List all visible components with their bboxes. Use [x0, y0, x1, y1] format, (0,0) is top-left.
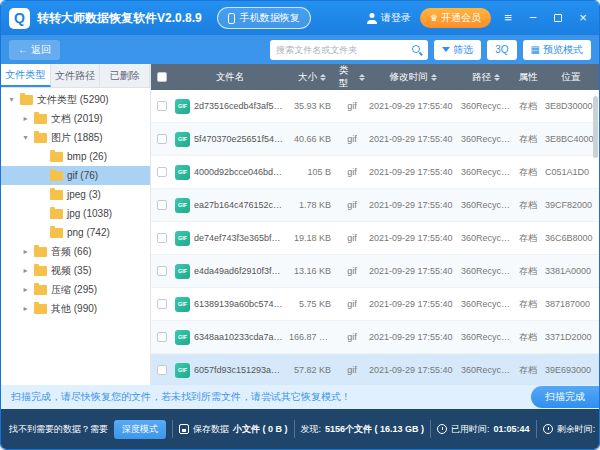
file-attr: 存档 [513, 364, 543, 377]
tree-item-documents[interactable]: 文档 (2019) [1, 109, 150, 128]
tree-item-png[interactable]: png (742) [1, 223, 150, 242]
user-icon [367, 13, 377, 24]
tree-item-audio[interactable]: 音频 (66) [1, 242, 150, 261]
tree-label: 视频 (35) [51, 264, 92, 278]
sort-icon[interactable] [494, 74, 500, 81]
table-row[interactable]: GIF61389139a60bc5748fb40b8... 5.75 KB gi… [151, 288, 599, 321]
file-location: 3381A0000 [543, 266, 599, 276]
file-name: 6057fd93c151293a9b9d32e... [194, 365, 285, 375]
tree-item-jpeg[interactable]: jpeg (3) [1, 185, 150, 204]
file-name: 61389139a60bc5748fb40b8... [194, 299, 285, 309]
search-icon[interactable] [412, 45, 422, 55]
menu-icon[interactable]: ≡ [500, 10, 516, 26]
table-row[interactable]: GIF4000d92bcce046bdd997eb... 105 B gif 2… [151, 156, 599, 189]
expander-icon[interactable] [7, 95, 16, 104]
folder-icon [50, 171, 63, 181]
tree-item-other[interactable]: 其他 (990) [1, 299, 150, 318]
tree-item-jpg[interactable]: jpg (1038) [1, 204, 150, 223]
phone-recovery-button[interactable]: 手机数据恢复 [217, 7, 311, 29]
file-modified: 2021-09-29 17:55:40 [367, 365, 459, 375]
column-header-name[interactable]: 文件名 [173, 71, 287, 84]
divider [536, 420, 537, 438]
select-all-checkbox[interactable] [157, 72, 167, 82]
search-input[interactable] [276, 45, 412, 55]
tab-deleted[interactable]: 已删除 [100, 64, 150, 87]
back-icon: ← [18, 44, 28, 55]
search-box [270, 40, 428, 60]
column-header-type[interactable]: 类型 [337, 64, 367, 90]
expander-icon[interactable] [21, 266, 30, 275]
hourglass-icon [543, 424, 553, 434]
table-row-selected[interactable]: GIF6057fd93c151293a9b9d32e... 57.82 KB g… [151, 354, 599, 385]
table-row[interactable]: GIFde74ef743f3e365bf8fe2a82... 19.18 KB … [151, 222, 599, 255]
file-type: gif [337, 266, 367, 276]
column-header-modified[interactable]: 修改时间 [367, 71, 459, 84]
sort-icon[interactable] [320, 74, 326, 81]
expander-icon[interactable] [21, 114, 30, 123]
table-row[interactable]: GIF6348aa10233cda7ad047146... 166.87 KB … [151, 321, 599, 354]
scrollbar-thumb[interactable] [593, 96, 598, 158]
row-checkbox[interactable] [157, 299, 167, 309]
service-qq-button[interactable]: 3Q [487, 40, 516, 60]
folder-icon [34, 266, 47, 276]
row-checkbox[interactable] [157, 266, 167, 276]
row-checkbox[interactable] [157, 167, 167, 177]
column-header-size[interactable]: 大小 [287, 71, 337, 84]
toolbar: ← 返回 筛选 3Q ▦ 预览模式 [1, 35, 599, 64]
table-row[interactable]: GIF5f470370e25651f54601a5a6... 40.66 KB … [151, 123, 599, 156]
vip-button[interactable]: ♛ 开通会员 [420, 8, 491, 28]
vip-label: 开通会员 [441, 11, 481, 25]
tree-item-images[interactable]: 图片 (1885) [1, 128, 150, 147]
row-checkbox[interactable] [157, 134, 167, 144]
filter-button[interactable]: 筛选 [434, 40, 481, 60]
expander-icon[interactable] [21, 133, 30, 142]
minimize-icon[interactable]: − [525, 10, 541, 26]
expander-icon[interactable] [21, 304, 30, 313]
tree-item-file-type[interactable]: 文件类型 (5290) [1, 90, 150, 109]
tree-item-gif[interactable]: gif (76) [1, 166, 150, 185]
tree-label: 文档 (2019) [51, 112, 103, 126]
file-type: gif [337, 134, 367, 144]
column-header-location[interactable]: 位置 [543, 71, 599, 84]
row-checkbox[interactable] [157, 365, 167, 375]
folder-icon [34, 133, 47, 143]
close-icon[interactable]: × [575, 10, 591, 26]
column-header-attr[interactable]: 属性 [513, 71, 543, 84]
notice-bar: 扫描完成，请尽快恢复您的文件，若未找到所需文件，请尝试其它恢复模式！ 扫描完成 [1, 385, 599, 409]
table-row[interactable]: GIFea27b164c476152cd3ccf20... 1.78 KB gi… [151, 189, 599, 222]
table-row[interactable]: GIFe4da49ad6f2910f3fdd4083f... 13.16 KB … [151, 255, 599, 288]
tree-label: png (742) [67, 227, 110, 238]
column-header-path[interactable]: 路径 [459, 71, 513, 84]
row-checkbox[interactable] [157, 101, 167, 111]
scan-complete-badge[interactable]: 扫描完成 [531, 386, 599, 408]
tree-item-bmp[interactable]: bmp (26) [1, 147, 150, 166]
back-button[interactable]: ← 返回 [9, 40, 60, 60]
tree-item-archive[interactable]: 压缩 (295) [1, 280, 150, 299]
maximize-icon[interactable] [550, 10, 566, 26]
tree-item-video[interactable]: 视频 (35) [1, 261, 150, 280]
deep-mode-button[interactable]: 深度模式 [114, 420, 166, 439]
back-label: 返回 [31, 43, 51, 57]
sort-icon[interactable] [359, 74, 365, 81]
file-modified: 2021-09-29 17:55:40 [367, 299, 459, 309]
tab-file-path[interactable]: 文件路径 [51, 64, 101, 87]
app-logo: Q [9, 8, 30, 29]
file-location: 39CF82000 [543, 200, 599, 210]
row-checkbox[interactable] [157, 233, 167, 243]
expander-icon[interactable] [21, 285, 30, 294]
save-data-group: 保存数据 小文件 ( 0 B ) [179, 423, 288, 436]
preview-mode-button[interactable]: ▦ 预览模式 [523, 40, 591, 60]
tab-file-type[interactable]: 文件类型 [1, 64, 51, 87]
gif-file-icon: GIF [175, 132, 190, 147]
expander-icon[interactable] [21, 247, 30, 256]
sort-icon[interactable] [431, 74, 437, 81]
file-path: 360Recycle... [459, 266, 513, 276]
file-name: 5f470370e25651f54601a5a6... [194, 134, 285, 144]
file-name: 6348aa10233cda7ad047146... [194, 332, 285, 342]
login-button[interactable]: 请登录 [367, 11, 411, 25]
folder-icon [34, 304, 47, 314]
row-checkbox[interactable] [157, 332, 167, 342]
titlebar-right: 请登录 ♛ 开通会员 ≡ − × [367, 8, 591, 28]
row-checkbox[interactable] [157, 200, 167, 210]
table-row[interactable]: GIF2d73516cedb4f3af5cfff3e5aa... 35.93 K… [151, 90, 599, 123]
